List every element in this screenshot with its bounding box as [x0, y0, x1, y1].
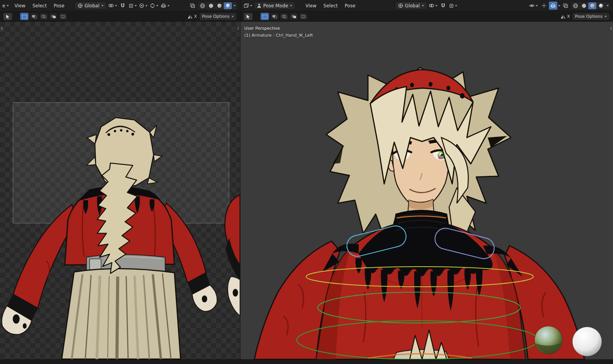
select-mode-subtract-button[interactable] — [280, 13, 288, 20]
menu-view[interactable]: View — [11, 2, 28, 10]
character-front-view — [240, 22, 613, 359]
overlays-icon — [550, 3, 556, 8]
mirror-icon — [187, 14, 193, 19]
chevron-down-icon[interactable] — [606, 5, 609, 7]
chain-link-icon — [108, 3, 114, 8]
xray-icon — [563, 3, 568, 8]
active-tool-tweak-icon[interactable] — [243, 13, 253, 20]
pose-options-label: Pose Options — [575, 14, 603, 19]
editor-type-menu-partial[interactable]: e — [1, 2, 10, 10]
pose-options-dropdown[interactable]: Pose Options — [199, 12, 237, 20]
xray-icon — [190, 3, 195, 8]
chevron-down-icon[interactable] — [233, 5, 236, 7]
menu-select[interactable]: Select — [320, 2, 341, 10]
shading-preview-sphere[interactable] — [572, 327, 602, 356]
editor-type-icon — [243, 3, 249, 8]
snapping-pivot-dropdown[interactable] — [107, 2, 118, 10]
mode-dropdown[interactable]: Pose Mode — [254, 2, 295, 10]
object-visibility-dropdown[interactable] — [528, 2, 539, 10]
shading-rendered-button[interactable] — [597, 2, 605, 9]
magnet-icon — [120, 3, 125, 8]
shading-wireframe-button[interactable] — [571, 2, 579, 9]
menu-select[interactable]: Select — [29, 2, 50, 10]
viewport-left: e View Select Pose Global — [0, 0, 240, 359]
snap-settings-dropdown[interactable] — [128, 2, 138, 10]
mirror-icon — [560, 14, 566, 19]
menu-pose[interactable]: Pose — [51, 2, 68, 10]
shading-solid-button[interactable] — [580, 2, 588, 9]
transform-pivot-dropdown[interactable] — [149, 2, 159, 10]
shading-rendered-button[interactable] — [224, 2, 232, 9]
viewport-3d-right[interactable]: User Perspective (1) Armature : Ctrl_Han… — [240, 22, 613, 359]
mirror-x-label: X — [567, 14, 570, 19]
orientation-label: Global — [405, 3, 420, 9]
blender-window: e View Select Pose Global — [0, 0, 613, 364]
chevron-down-icon — [290, 5, 292, 7]
left-viewport-header: e View Select Pose Global — [0, 0, 240, 12]
mirror-x-label: X — [194, 14, 197, 19]
transform-orientation-dropdown[interactable]: Global — [75, 2, 107, 10]
select-mode-extend-button[interactable] — [30, 13, 38, 20]
chevron-down-icon — [101, 5, 104, 7]
pose-mode-icon — [257, 3, 261, 8]
overlays-dropdown[interactable] — [160, 2, 170, 10]
character-back-view — [0, 22, 240, 359]
chevron-down-icon — [422, 5, 424, 7]
select-mode-set-button[interactable] — [20, 13, 29, 20]
xray-toggle[interactable] — [561, 2, 570, 10]
active-tool-tweak-icon[interactable] — [3, 13, 12, 20]
chevron-down-icon[interactable] — [558, 5, 560, 7]
select-mode-subtract-button[interactable] — [39, 13, 48, 20]
gizmos-toggle[interactable] — [540, 2, 548, 10]
orientation-globe-icon — [398, 3, 403, 8]
select-mode-intersect-button[interactable] — [59, 13, 67, 20]
orientation-label: Global — [85, 3, 99, 9]
left-tool-settings: X Pose Options — [0, 12, 240, 22]
proportional-editing-dropdown[interactable] — [138, 2, 148, 10]
select-mode-invert-button[interactable] — [49, 13, 58, 20]
snap-target-icon — [129, 3, 133, 8]
chevron-down-icon — [7, 5, 9, 7]
select-mode-extend-button[interactable] — [270, 13, 279, 20]
snap-toggle[interactable] — [119, 2, 127, 10]
visibility-eye-icon — [529, 3, 535, 8]
bottom-region-edge — [0, 359, 613, 364]
pants — [62, 269, 181, 359]
shading-material-button[interactable] — [215, 2, 223, 9]
snap-target-icon — [449, 3, 454, 8]
overlays-icon — [161, 3, 166, 8]
pivot-point-icon — [150, 3, 155, 8]
viewport-3d-left[interactable] — [0, 22, 240, 359]
pose-options-dropdown[interactable]: Pose Options — [572, 12, 610, 20]
shading-solid-button[interactable] — [207, 2, 215, 9]
editor-menu-label: e — [2, 3, 5, 9]
shading-mode-segment — [198, 2, 238, 10]
menu-view[interactable]: View — [302, 2, 319, 10]
magnet-icon — [441, 3, 446, 8]
chevron-down-icon — [604, 16, 607, 17]
editor-type-dropdown[interactable] — [243, 2, 253, 10]
chain-link-icon — [429, 3, 434, 8]
shading-mode-segment — [570, 2, 611, 10]
transform-orientation-dropdown[interactable]: Global — [395, 2, 427, 10]
snap-toggle[interactable] — [439, 2, 448, 10]
mirror-x-toggle[interactable]: X — [187, 12, 198, 20]
shading-wireframe-button[interactable] — [198, 2, 206, 9]
select-mode-intersect-button[interactable] — [299, 13, 308, 20]
right-viewport-header: Pose Mode View Select Pose Global — [240, 0, 613, 12]
select-mode-invert-button[interactable] — [289, 13, 298, 20]
mirror-x-toggle[interactable]: X — [560, 12, 571, 20]
chevron-down-icon — [232, 16, 234, 17]
edge-arm-fragment — [225, 195, 240, 316]
right-tool-settings: X Pose Options — [240, 12, 613, 22]
overlays-toggle[interactable] — [549, 2, 557, 10]
menu-pose[interactable]: Pose — [342, 2, 359, 10]
xray-toggle[interactable] — [188, 2, 197, 10]
orientation-globe-icon — [78, 3, 83, 8]
viewport-right: Pose Mode View Select Pose Global — [240, 0, 613, 359]
mode-label: Pose Mode — [263, 3, 288, 9]
snap-settings-dropdown[interactable] — [448, 2, 458, 10]
shading-material-button[interactable] — [588, 2, 596, 9]
snapping-pivot-dropdown[interactable] — [428, 2, 438, 10]
select-mode-set-button[interactable] — [261, 13, 269, 20]
